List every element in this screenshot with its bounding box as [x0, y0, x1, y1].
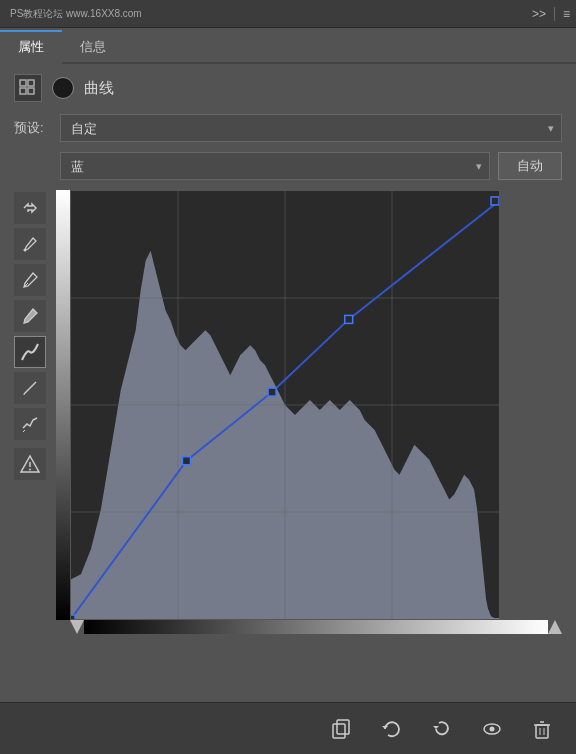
eyedropper-white-tool[interactable]	[14, 264, 46, 296]
warning-icon	[19, 453, 41, 475]
svg-rect-3	[28, 88, 34, 94]
svg-rect-0	[20, 80, 26, 86]
top-bar-icons: >> ≡	[532, 7, 570, 21]
eyedropper-black-tool[interactable]	[14, 300, 46, 332]
grid-icon-svg	[19, 79, 37, 97]
svg-marker-17	[433, 726, 439, 729]
tab-row: 属性 信息	[0, 28, 576, 64]
svg-line-8	[23, 430, 25, 432]
curves-title: 曲线	[84, 79, 114, 98]
histogram-svg	[71, 191, 499, 619]
menu-icon[interactable]: ≡	[563, 7, 570, 21]
channel-select-wrapper: 蓝 ▾	[60, 152, 490, 180]
eyedropper-point-icon	[20, 234, 40, 254]
tools-column	[14, 190, 46, 634]
mask-circle-icon[interactable]	[52, 77, 74, 99]
smooth-tool[interactable]	[14, 408, 46, 440]
divider	[554, 7, 555, 21]
left-triangle-icon[interactable]	[70, 620, 84, 634]
eyedropper-black-icon	[20, 306, 40, 326]
curve-point-1[interactable]	[182, 457, 190, 465]
copy-icon	[331, 718, 353, 740]
svg-marker-12	[70, 620, 84, 634]
tab-properties[interactable]: 属性	[0, 30, 62, 64]
curve-point-4[interactable]	[491, 197, 499, 205]
eyedropper-point-tool[interactable]	[14, 228, 46, 260]
refresh-icon	[381, 718, 403, 740]
pencil-icon	[20, 378, 40, 398]
channel-row: 蓝 ▾ 自动	[14, 152, 562, 180]
trash-icon	[531, 718, 553, 740]
svg-rect-2	[20, 88, 26, 94]
eye-icon	[481, 718, 503, 740]
svg-marker-16	[382, 726, 388, 729]
svg-point-19	[490, 726, 495, 731]
svg-line-6	[24, 382, 36, 394]
top-bar: PS教程论坛 www.16XX8.com >> ≡	[0, 0, 576, 28]
bottom-toolbar	[0, 702, 576, 754]
horizontal-gradient-bar	[84, 620, 548, 634]
undo-button[interactable]	[426, 713, 458, 745]
smooth-icon	[20, 414, 40, 434]
curves-canvas[interactable]	[70, 190, 500, 620]
left-handle-area	[70, 620, 84, 634]
channel-select[interactable]: 蓝	[60, 152, 490, 180]
adjustment-grid-icon[interactable]	[14, 74, 42, 102]
copy-layer-button[interactable]	[326, 713, 358, 745]
svg-marker-13	[548, 620, 562, 634]
preset-label: 预设:	[14, 119, 52, 137]
curve-draw-tool[interactable]	[14, 336, 46, 368]
vertical-gradient-bar	[56, 190, 70, 620]
curve-point-3[interactable]	[345, 315, 353, 323]
auto-button[interactable]: 自动	[498, 152, 562, 180]
svg-rect-15	[337, 720, 349, 734]
svg-rect-1	[28, 80, 34, 86]
curve-point-0[interactable]	[71, 615, 75, 619]
pencil-tool[interactable]	[14, 372, 46, 404]
panel: 曲线 预设: 自定 ▾ 蓝 ▾ 自动	[0, 64, 576, 642]
logo-text: PS教程论坛 www.16XX8.com	[10, 7, 142, 21]
delete-button[interactable]	[526, 713, 558, 745]
eyedropper-white-icon	[20, 270, 40, 290]
curves-header: 曲线	[14, 74, 562, 102]
tab-info[interactable]: 信息	[62, 30, 124, 62]
svg-point-11	[29, 469, 31, 471]
curve-draw-icon	[19, 341, 41, 363]
preset-select[interactable]: 自定	[60, 114, 562, 142]
main-area	[14, 190, 562, 634]
sample-adjust-tool[interactable]	[14, 192, 46, 224]
svg-point-4	[24, 249, 27, 252]
refresh-button[interactable]	[376, 713, 408, 745]
canvas-with-vbar	[56, 190, 562, 620]
preset-select-wrapper: 自定 ▾	[60, 114, 562, 142]
horiz-gradient-row	[70, 620, 562, 634]
visibility-button[interactable]	[476, 713, 508, 745]
expand-icon[interactable]: >>	[532, 7, 546, 21]
warning-tool[interactable]	[14, 448, 46, 480]
right-handle-area	[548, 620, 562, 634]
sample-adjust-icon	[20, 198, 40, 218]
svg-rect-20	[536, 725, 548, 738]
preset-row: 预设: 自定 ▾	[14, 114, 562, 142]
undo-icon	[431, 718, 453, 740]
right-triangle-icon[interactable]	[548, 620, 562, 634]
curves-area	[56, 190, 562, 634]
curve-point-2[interactable]	[268, 388, 276, 396]
svg-rect-14	[333, 724, 345, 738]
